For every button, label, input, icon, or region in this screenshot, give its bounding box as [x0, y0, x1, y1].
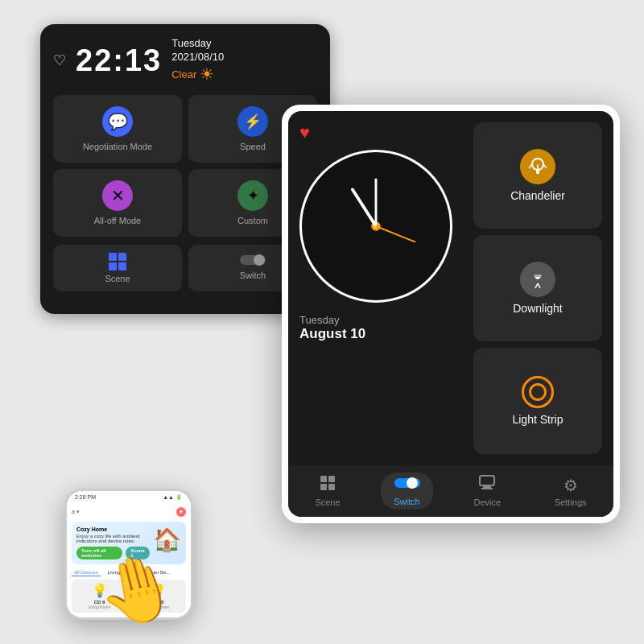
clock-section: ♥ Tuesday August 10: [299, 122, 462, 454]
svg-rect-15: [328, 476, 335, 482]
back-weather-label: Clear: [171, 68, 196, 80]
back-switch-label: Switch: [240, 270, 266, 280]
chandelier-label: Chandelier: [510, 189, 565, 202]
clock-date: August 10: [299, 326, 365, 342]
phone-time: 2:28 PM: [75, 494, 96, 501]
phone-add-button[interactable]: +: [176, 507, 186, 517]
phone-nav-indicator: a ▾: [72, 509, 80, 515]
downlight-label: Downlight: [513, 302, 562, 315]
custom-icon: ✦: [237, 180, 268, 211]
speed-label: Speed: [240, 142, 266, 151]
alloff-label: All-off Mode: [94, 216, 142, 225]
back-time-row: ♡ 22:13 Tuesday 2021/08/10 Clear ☀: [53, 37, 317, 84]
phone-container: 2:28 PM ▲▲ 🔋 a ▾ + Cozy Home Enjoy a coz…: [64, 489, 193, 620]
back-date-weather: Tuesday 2021/08/10 Clear ☀: [171, 37, 224, 84]
nav-switch-icon: [394, 476, 420, 494]
speed-icon: ⚡: [237, 106, 268, 137]
svg-point-19: [407, 477, 418, 489]
front-device-inner: ♥ Tuesday August 10: [288, 111, 613, 517]
negotiation-label: Negotiation Mode: [83, 142, 152, 151]
svg-line-9: [543, 164, 547, 168]
cozy-subtitle: Enjoy a cozy life with ambient indicator…: [76, 534, 150, 543]
nav-device-label: Device: [473, 497, 501, 507]
downlight-button[interactable]: Downlight: [473, 235, 602, 341]
clock-svg: [302, 152, 450, 300]
back-bottom-row: Scene Switch: [53, 245, 317, 291]
nav-settings-label: Settings: [555, 497, 587, 507]
custom-label: Custom: [237, 216, 268, 225]
svg-line-13: [538, 283, 540, 288]
phone-status-bar: 2:28 PM ▲▲ 🔋: [67, 491, 191, 502]
alloff-icon: ✕: [102, 180, 133, 211]
alloff-mode-button[interactable]: ✕ All-off Mode: [53, 169, 182, 237]
lightstrip-button[interactable]: Light Strip: [473, 348, 602, 454]
svg-rect-14: [320, 476, 327, 482]
svg-line-3: [353, 189, 376, 226]
clock-face: [299, 150, 452, 303]
front-heart-icon: ♥: [299, 122, 310, 143]
scene-grid-icon: [109, 253, 126, 270]
lightstrip-icon: [522, 376, 554, 408]
toggle-icon: [240, 253, 266, 267]
svg-line-12: [535, 283, 538, 288]
svg-line-5: [376, 226, 415, 242]
svg-point-1: [254, 254, 265, 266]
downlight-icon: [520, 262, 555, 297]
front-main-area: ♥ Tuesday August 10: [288, 111, 613, 465]
bottom-nav: Scene Switch: [288, 465, 613, 517]
back-scene-label: Scene: [105, 274, 130, 283]
lightstrip-label: Light Strip: [512, 413, 563, 426]
back-time-display: 22:13: [76, 43, 162, 78]
lightstrip-inner-ring: [529, 383, 547, 401]
cozy-title: Cozy Home: [76, 526, 150, 532]
phone-indicators: ▲▲ 🔋: [163, 494, 183, 501]
front-device: ♥ Tuesday August 10: [282, 105, 620, 523]
right-panel: Chandelier Downlight: [473, 122, 602, 454]
back-grid-buttons: 💬 Negotiation Mode ⚡ Speed ✕ All-off Mod…: [53, 95, 317, 237]
svg-rect-11: [535, 275, 541, 277]
back-heart-icon: ♡: [53, 52, 66, 69]
svg-rect-17: [328, 484, 335, 490]
nav-scene-label: Scene: [315, 497, 340, 507]
phone-header: a ▾ +: [72, 507, 186, 517]
back-date: 2021/08/10: [171, 51, 224, 63]
chandelier-button[interactable]: Chandelier: [473, 122, 602, 229]
back-weather: Clear ☀: [171, 64, 224, 84]
svg-line-8: [529, 164, 532, 168]
back-day: Tuesday: [171, 37, 224, 49]
svg-rect-20: [480, 476, 494, 485]
negotiation-icon: 💬: [102, 106, 133, 137]
negotiation-mode-button[interactable]: 💬 Negotiation Mode: [53, 95, 182, 163]
chandelier-icon: [520, 149, 555, 184]
nav-scene[interactable]: Scene: [302, 472, 353, 510]
nav-settings-icon: ⚙: [564, 476, 578, 495]
back-scene-button[interactable]: Scene: [53, 245, 182, 291]
nav-device[interactable]: Device: [460, 472, 514, 510]
nav-switch-label: Switch: [394, 497, 419, 506]
nav-switch[interactable]: Switch: [381, 473, 432, 510]
nav-scene-icon: [320, 475, 336, 495]
nav-settings[interactable]: ⚙ Settings: [542, 473, 600, 510]
clock-day: Tuesday: [299, 314, 339, 326]
svg-rect-16: [320, 484, 327, 490]
sun-icon: ☀: [200, 64, 214, 84]
nav-device-icon: [479, 475, 495, 495]
